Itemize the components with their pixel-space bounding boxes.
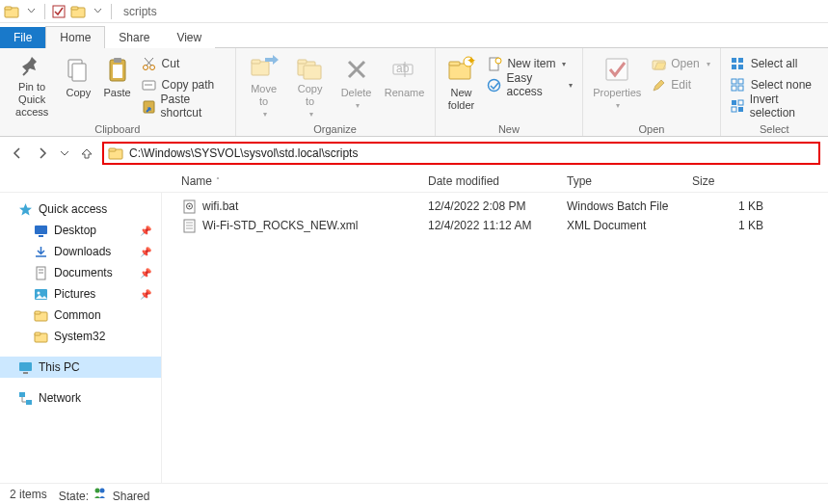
easy-access-button[interactable]: Easy access▾ bbox=[483, 75, 576, 94]
invert-selection-label: Invert selection bbox=[750, 93, 818, 119]
chevron-down-icon: ▾ bbox=[263, 110, 267, 119]
svg-text:ab: ab bbox=[396, 62, 410, 75]
qat-sep bbox=[44, 4, 45, 19]
qat-newfolder-icon[interactable] bbox=[70, 4, 86, 19]
nav-documents-label: Documents bbox=[54, 266, 113, 279]
svg-rect-40 bbox=[738, 65, 743, 69]
col-type[interactable]: Type bbox=[559, 174, 684, 188]
folder-icon bbox=[33, 329, 48, 344]
file-icon bbox=[181, 199, 197, 214]
new-item-button[interactable]: New item▾ bbox=[483, 54, 576, 73]
open-button[interactable]: Open▾ bbox=[647, 54, 713, 73]
edit-button[interactable]: Edit bbox=[647, 75, 713, 94]
qat-properties-icon[interactable] bbox=[51, 4, 67, 19]
file-type: XML Document bbox=[559, 219, 684, 232]
delete-button[interactable]: Delete▾ bbox=[334, 52, 379, 116]
col-size[interactable]: Size bbox=[684, 174, 771, 188]
open-label: Open bbox=[671, 57, 699, 70]
chevron-down-icon: ▾ bbox=[309, 110, 313, 119]
nav-downloads[interactable]: Downloads📌 bbox=[12, 241, 161, 262]
file-type: Windows Batch File bbox=[559, 199, 684, 213]
up-button[interactable] bbox=[77, 143, 96, 164]
copy-button[interactable]: Copy bbox=[60, 52, 96, 116]
svg-rect-64 bbox=[23, 372, 28, 374]
rename-button[interactable]: ab Rename bbox=[381, 52, 429, 116]
ribbon-tabs: File Home Share View bbox=[0, 23, 828, 48]
svg-rect-65 bbox=[19, 392, 25, 397]
nav-common[interactable]: Common bbox=[12, 305, 161, 326]
pin-icon: 📌 bbox=[140, 247, 151, 257]
svg-point-11 bbox=[144, 65, 148, 69]
svg-rect-43 bbox=[732, 86, 736, 91]
pin-to-quick-access-button[interactable]: Pin to Quick access bbox=[6, 52, 58, 116]
nav-documents[interactable]: Documents📌 bbox=[12, 262, 161, 283]
paste-label: Paste bbox=[103, 87, 130, 99]
paste-shortcut-button[interactable]: Paste shortcut bbox=[138, 96, 229, 116]
tab-file[interactable]: File bbox=[0, 27, 45, 48]
nav-this-pc[interactable]: This PC bbox=[0, 357, 161, 378]
group-clipboard: Pin to Quick access Copy Paste Cut Copy … bbox=[0, 48, 236, 136]
ribbon: Pin to Quick access Copy Paste Cut Copy … bbox=[0, 48, 828, 137]
delete-icon bbox=[341, 54, 372, 85]
new-folder-button[interactable]: ✦ New folder bbox=[441, 52, 482, 116]
nav-pictures-label: Pictures bbox=[54, 287, 95, 301]
chevron-down-icon: ▾ bbox=[569, 81, 573, 90]
svg-rect-35 bbox=[606, 59, 628, 80]
address-bar[interactable]: C:\Windows\SYSVOL\sysvol\std.local\scrip… bbox=[102, 142, 820, 165]
svg-point-69 bbox=[188, 205, 190, 207]
pictures-icon bbox=[33, 286, 48, 302]
open-icon bbox=[651, 56, 666, 71]
copy-label: Copy bbox=[67, 87, 92, 99]
table-row[interactable]: Wi-Fi-STD_ROCKS_NEW.xml12/4/2022 11:12 A… bbox=[162, 216, 828, 235]
tab-view[interactable]: View bbox=[163, 27, 215, 48]
svg-rect-4 bbox=[71, 7, 78, 10]
move-to-label: Move to bbox=[251, 83, 277, 108]
file-name: wifi.bat bbox=[202, 199, 238, 213]
back-button[interactable] bbox=[8, 143, 27, 164]
delete-label: Delete bbox=[341, 87, 372, 99]
status-state-label: State: bbox=[59, 490, 89, 503]
copy-path-button[interactable]: Copy path bbox=[138, 75, 229, 94]
chevron-down-icon: ▾ bbox=[707, 60, 710, 68]
table-row[interactable]: wifi.bat12/4/2022 2:08 PMWindows Batch F… bbox=[162, 197, 828, 216]
file-date: 12/4/2022 11:12 AM bbox=[420, 219, 559, 232]
col-date[interactable]: Date modified bbox=[420, 174, 559, 188]
invert-selection-button[interactable]: Invert selection bbox=[727, 96, 822, 116]
group-select-label: Select bbox=[760, 121, 789, 135]
move-to-button[interactable]: Move to▾ bbox=[242, 52, 286, 116]
nav-system32[interactable]: System32 bbox=[12, 326, 161, 347]
qat-caret-icon[interactable] bbox=[90, 4, 105, 19]
tab-home[interactable]: Home bbox=[45, 26, 105, 48]
svg-rect-52 bbox=[39, 235, 43, 237]
nav-pictures[interactable]: Pictures📌 bbox=[12, 283, 161, 305]
recent-locations-button[interactable] bbox=[58, 143, 71, 164]
nav-network[interactable]: Network bbox=[12, 387, 161, 409]
tab-share[interactable]: Share bbox=[105, 27, 163, 48]
svg-rect-42 bbox=[738, 79, 743, 84]
forward-button[interactable] bbox=[33, 143, 52, 164]
select-none-button[interactable]: Select none bbox=[727, 75, 822, 94]
properties-icon bbox=[601, 54, 632, 85]
svg-line-5 bbox=[23, 70, 28, 75]
paste-icon bbox=[102, 54, 133, 85]
properties-button[interactable]: Properties▾ bbox=[589, 52, 645, 116]
svg-rect-46 bbox=[738, 100, 743, 105]
qat-dropdown-icon[interactable] bbox=[23, 4, 39, 19]
col-name[interactable]: Name˄ bbox=[174, 174, 420, 188]
svg-rect-50 bbox=[109, 148, 116, 151]
group-new-label: New bbox=[498, 121, 520, 135]
pin-icon bbox=[16, 54, 47, 79]
nav-desktop[interactable]: Desktop📌 bbox=[12, 220, 161, 241]
select-all-button[interactable]: Select all bbox=[727, 54, 822, 73]
copy-to-label: Copy to bbox=[298, 83, 323, 108]
cut-button[interactable]: Cut bbox=[138, 54, 229, 73]
svg-rect-22 bbox=[304, 66, 321, 79]
nav-quick-access[interactable]: Quick access bbox=[12, 199, 161, 220]
file-list[interactable]: wifi.bat12/4/2022 2:08 PMWindows Batch F… bbox=[162, 193, 828, 483]
group-clipboard-label: Clipboard bbox=[94, 121, 140, 135]
rename-label: Rename bbox=[385, 87, 425, 99]
documents-icon bbox=[33, 265, 48, 280]
qat-sep2 bbox=[111, 4, 112, 19]
copy-to-button[interactable]: Copy to▾ bbox=[288, 52, 333, 116]
paste-button[interactable]: Paste bbox=[98, 52, 135, 116]
